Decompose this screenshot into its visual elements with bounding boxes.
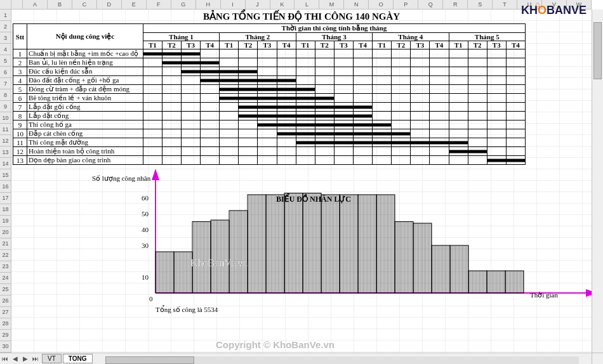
- row-header[interactable]: 2: [0, 21, 11, 32]
- week-header: T4: [430, 41, 449, 49]
- gantt-cell: [506, 120, 525, 129]
- hscroll-thumb[interactable]: [105, 356, 194, 364]
- gantt-cell: [239, 94, 258, 103]
- row-header[interactable]: 7: [0, 78, 11, 89]
- gantt-cell: [334, 67, 353, 76]
- row-header[interactable]: 1: [0, 10, 11, 21]
- col-header[interactable]: [11, 0, 23, 9]
- gantt-cell: [411, 76, 430, 85]
- gantt-cell: [143, 120, 162, 129]
- row-header[interactable]: 11: [0, 124, 11, 135]
- gantt-cell: [296, 67, 315, 76]
- gantt-cell: [373, 138, 392, 147]
- gantt-bar: [239, 105, 257, 108]
- row-header[interactable]: 23: [0, 261, 11, 273]
- row-header[interactable]: 19: [0, 216, 11, 227]
- horizontal-scrollbar[interactable]: [105, 356, 580, 364]
- row-header[interactable]: 21: [0, 238, 11, 250]
- col-header[interactable]: O: [369, 0, 394, 9]
- week-header: T2: [315, 41, 334, 49]
- tab-nav-last[interactable]: ⏭: [30, 355, 41, 362]
- sheet-tab[interactable]: VT: [42, 354, 62, 363]
- row-header[interactable]: 22: [0, 250, 11, 261]
- row-header[interactable]: 15: [0, 169, 11, 181]
- gantt-cell: [239, 129, 258, 138]
- gantt-cell: [258, 112, 277, 120]
- col-header[interactable]: M: [319, 0, 344, 9]
- col-header[interactable]: S: [468, 0, 493, 9]
- sheet-corner[interactable]: [0, 0, 11, 10]
- row-header[interactable]: 9: [0, 101, 11, 112]
- row-header[interactable]: 12: [0, 135, 11, 146]
- tab-nav-first[interactable]: ⏮: [0, 355, 10, 362]
- gantt-cell: [258, 120, 277, 129]
- col-header[interactable]: Q: [418, 0, 443, 9]
- row-header[interactable]: 26: [0, 296, 11, 307]
- col-header[interactable]: D: [97, 0, 122, 9]
- gantt-cell: [334, 112, 353, 120]
- col-header[interactable]: C: [72, 0, 97, 9]
- gantt-bar: [182, 70, 200, 73]
- gantt-bar: [373, 132, 391, 135]
- col-header[interactable]: R: [443, 0, 468, 9]
- col-header[interactable]: A: [23, 0, 48, 9]
- gantt-cell: [143, 112, 162, 120]
- sheet-grid[interactable]: BẢNG TỔNG TIẾN ĐỘ THI CÔNG 140 NGÀY Stt …: [11, 10, 592, 353]
- gantt-cell: [334, 120, 353, 129]
- vertical-scrollbar[interactable]: [592, 10, 603, 353]
- row-header[interactable]: 8: [0, 89, 11, 101]
- gantt-cell: [162, 129, 181, 138]
- tab-nav-prev[interactable]: ◀: [10, 355, 20, 362]
- gantt-cell: [220, 49, 239, 58]
- row-header[interactable]: 4: [0, 44, 11, 55]
- task-name: Hoàn thiện toàn bộ công trình: [27, 147, 143, 156]
- row-header[interactable]: 29: [0, 330, 11, 341]
- gantt-cell: [220, 103, 239, 112]
- gantt-cell: [468, 129, 487, 138]
- col-header[interactable]: G: [171, 0, 196, 9]
- row-header[interactable]: 13: [0, 146, 11, 158]
- gantt-cell: [353, 147, 372, 156]
- row-header[interactable]: 17: [0, 193, 11, 204]
- vscroll-thumb[interactable]: [593, 22, 602, 79]
- row-header[interactable]: 28: [0, 318, 11, 330]
- row-header[interactable]: 30: [0, 341, 11, 353]
- row-header[interactable]: 25: [0, 284, 11, 296]
- row-header[interactable]: 10: [0, 112, 11, 124]
- col-header[interactable]: H: [196, 0, 221, 9]
- tab-nav-next[interactable]: ▶: [20, 355, 30, 362]
- row-header[interactable]: 16: [0, 181, 11, 192]
- sheet-tab[interactable]: TONG: [63, 354, 93, 363]
- week-header: T3: [258, 41, 277, 49]
- row-header[interactable]: 20: [0, 227, 11, 238]
- gantt-cell: [296, 94, 315, 103]
- gantt-cell: [449, 67, 468, 76]
- row-header[interactable]: 3: [0, 32, 11, 44]
- col-header[interactable]: E: [122, 0, 147, 9]
- col-header[interactable]: B: [48, 0, 72, 9]
- col-header[interactable]: I: [221, 0, 246, 9]
- col-header[interactable]: J: [246, 0, 270, 9]
- gantt-bar: [296, 132, 315, 135]
- ytick-label: 40: [142, 226, 149, 233]
- gantt-cell: [143, 129, 162, 138]
- gantt-bar: [373, 141, 391, 144]
- col-header[interactable]: K: [270, 0, 295, 9]
- row-header[interactable]: 18: [0, 204, 11, 216]
- task-name: Ban ủi, lu lèn nền hiện trạng: [27, 58, 143, 67]
- col-header[interactable]: F: [147, 0, 171, 9]
- row-header[interactable]: 24: [0, 273, 11, 284]
- col-header[interactable]: N: [344, 0, 369, 9]
- task-name: Đúc cấu kiện đúc sẵn: [27, 67, 143, 76]
- gantt-cell: [411, 85, 430, 94]
- col-header[interactable]: T: [493, 0, 517, 9]
- page-title: BẢNG TỔNG TIẾN ĐỘ THI CÔNG 140 NGÀY: [13, 11, 590, 22]
- gantt-cell: [468, 103, 487, 112]
- row-header[interactable]: 6: [0, 67, 11, 78]
- row-header[interactable]: 5: [0, 55, 11, 67]
- col-header[interactable]: L: [295, 0, 319, 9]
- gantt-cell: [353, 49, 372, 58]
- row-header[interactable]: 27: [0, 307, 11, 318]
- col-header[interactable]: P: [394, 0, 418, 9]
- row-header[interactable]: 14: [0, 158, 11, 169]
